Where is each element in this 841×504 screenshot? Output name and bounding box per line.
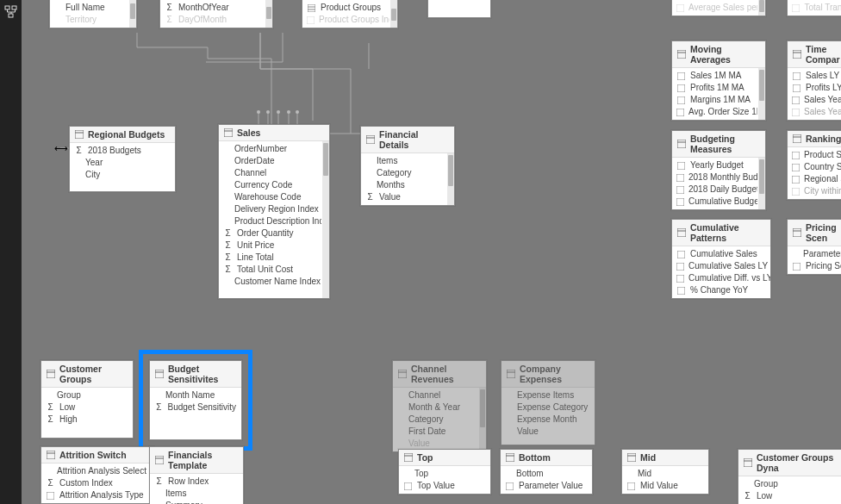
table-card-totals[interactable]: Total Profits Total Transa (787, 0, 841, 16)
field-row[interactable]: ΣLow (41, 401, 133, 414)
field-row[interactable]: ΣOrder Quantity (219, 227, 321, 240)
field-row[interactable]: OrderDate (219, 155, 321, 167)
field-row[interactable]: Product Groups Ind (302, 14, 389, 26)
field-row[interactable]: Summary (150, 500, 243, 504)
field-row[interactable]: Top Value (399, 480, 490, 492)
field-row[interactable]: Cumulative Sales (672, 248, 770, 260)
field-row[interactable]: First Date (393, 426, 478, 438)
model-canvas[interactable]: Country Full Name Territory ΣQuarterOfYe… (22, 0, 841, 504)
field-row[interactable]: Σ2018 Budgets (70, 145, 175, 157)
scrollbar[interactable] (758, 158, 765, 209)
table-card-mid[interactable]: Mid Mid Mid Value (621, 449, 709, 495)
table-card-moving-averages[interactable]: Moving Averages Sales 1M MA Profits 1M M… (671, 40, 766, 121)
field-row[interactable]: Sales Year to (788, 94, 841, 106)
field-row[interactable]: Regional Sal (788, 173, 841, 185)
field-row[interactable]: Profits 1M MA (672, 82, 757, 94)
field-row[interactable]: City within C (788, 185, 841, 197)
field-row[interactable]: Top (399, 468, 490, 480)
field-row[interactable]: City (70, 169, 175, 181)
table-card-bottom[interactable]: Bottom Bottom Parameter Value (500, 449, 593, 495)
table-card-budgeting-measures[interactable]: Budgeting Measures Yearly Budget 2018 Mo… (671, 130, 766, 210)
table-card-customers[interactable]: Country Full Name Territory (49, 0, 137, 28)
field-row[interactable]: 2018 Monthly Budge (672, 171, 757, 184)
field-row[interactable]: Product Sale (788, 149, 841, 161)
field-row[interactable]: Sales Year to (788, 106, 841, 118)
field-row[interactable]: Product Description Index (219, 215, 321, 227)
field-row[interactable]: OrderNumber (219, 143, 321, 155)
field-row[interactable]: Channel (393, 389, 478, 401)
field-row[interactable]: ΣLow (738, 490, 841, 502)
scrollbar[interactable] (129, 0, 136, 28)
field-row[interactable]: Month Name (150, 389, 241, 401)
scrollbar[interactable] (447, 153, 454, 205)
field-row[interactable]: Profits LY (788, 82, 841, 94)
field-row[interactable]: ΣCustom Index (41, 477, 153, 489)
scrollbar[interactable] (390, 0, 397, 28)
model-view-icon[interactable] (4, 5, 18, 19)
field-row[interactable]: Months (361, 179, 446, 191)
field-row[interactable]: Parameter Value (501, 480, 592, 492)
table-card-products[interactable]: Overall Sales Product Groups Product Gro… (302, 0, 398, 28)
field-row[interactable]: Pricing Sce (788, 260, 841, 272)
field-row[interactable]: ΣLine Total (219, 252, 321, 264)
field-row[interactable]: Channel (219, 167, 321, 179)
table-card-customer-groups[interactable]: Customer Groups Group ΣLow ΣHigh (40, 360, 134, 439)
table-card-budget-sensitivites[interactable]: Budget Sensitivites Month Name ΣBudget S… (149, 360, 242, 440)
field-row[interactable]: Bottom (501, 468, 592, 480)
field-row[interactable]: Expense Category (501, 401, 595, 414)
field-row[interactable]: Value (393, 438, 478, 450)
field-row[interactable]: Total Transa (788, 2, 841, 14)
field-row[interactable]: Customer Name Index (219, 276, 321, 288)
field-row[interactable]: Sales 1M MA (672, 70, 757, 82)
field-row[interactable]: Attrition Analysis Type (41, 489, 153, 501)
field-row[interactable]: Warehouse Code (219, 191, 321, 203)
field-row[interactable]: % Change YoY (672, 284, 770, 296)
field-row[interactable]: Country Sale (788, 161, 841, 173)
field-row[interactable]: Mid (622, 468, 708, 480)
field-row[interactable]: Territory (50, 14, 128, 26)
table-card-regional-budgets[interactable]: Regional Budgets Σ2018 Budgets Year City (69, 126, 176, 192)
table-card-financial-details[interactable]: Financial Details Items Category Months … (360, 126, 455, 206)
field-row[interactable]: Average Sales per CL (672, 2, 757, 14)
table-card-channel-revenues[interactable]: Channel Revenues Channel Month & Year Ca… (392, 360, 487, 452)
field-row[interactable]: Yearly Budget (672, 159, 757, 171)
table-card-pricing-scenarios[interactable]: Pricing Scen Parameter Pricing Sce (787, 219, 841, 275)
table-card-empty[interactable] (427, 0, 491, 18)
field-row[interactable]: ΣValue (361, 191, 446, 203)
field-row[interactable]: Product Groups (302, 2, 389, 14)
scrollbar[interactable] (479, 388, 486, 451)
field-row[interactable]: ΣUnit Price (219, 240, 321, 252)
table-card-attrition-switch[interactable]: Attrition Switch Attrition Analysis Sele… (40, 446, 154, 504)
scrollbar[interactable] (322, 141, 329, 298)
field-row[interactable]: ΣBudget Sensitivity (150, 401, 241, 414)
field-row[interactable]: Value (501, 426, 595, 438)
field-row[interactable]: Cumulative Sales LY (672, 260, 770, 272)
field-row[interactable]: Cumulative Budgets (672, 196, 757, 208)
field-row[interactable]: ΣHigh (41, 414, 133, 426)
field-row[interactable]: ΣMonthOfYear (160, 2, 265, 14)
scrollbar[interactable] (265, 0, 272, 28)
field-row[interactable]: Attrition Analysis Select (41, 465, 153, 477)
field-row[interactable]: Cumulative Diff. vs LY (672, 272, 770, 284)
field-row[interactable]: Sales LY (788, 70, 841, 82)
field-row[interactable]: Category (393, 414, 478, 426)
field-row[interactable]: Category (361, 167, 446, 179)
field-row[interactable]: 2018 Daily Budgets (672, 184, 757, 196)
table-card-financials-template[interactable]: Financials Template ΣRow Index Items Sum… (149, 446, 244, 504)
field-row[interactable]: Items (361, 155, 446, 167)
field-row[interactable]: Parameter (788, 248, 841, 260)
field-row[interactable]: Full Name (50, 2, 128, 14)
field-row[interactable]: Expense Items (501, 389, 595, 401)
field-row[interactable]: Currency Code (219, 179, 321, 191)
table-card-top[interactable]: Top Top Top Value (398, 449, 491, 495)
table-card-time-compare[interactable]: Time Compar Sales LY Profits LY Sales Ye… (787, 40, 841, 121)
field-row[interactable]: Items (150, 488, 243, 500)
scrollbar[interactable] (758, 0, 765, 16)
field-row[interactable]: Mid Value (622, 480, 708, 492)
field-row[interactable]: Group (41, 389, 133, 401)
field-row[interactable]: ΣDayOfMonth (160, 14, 265, 26)
field-row[interactable]: Avg. Order Size 1M I (672, 106, 757, 118)
field-row[interactable]: Margins 1M MA (672, 94, 757, 106)
field-row[interactable]: Month & Year (393, 401, 478, 414)
table-card-ranking[interactable]: Ranking Product Sale Country Sale Region… (787, 130, 841, 200)
